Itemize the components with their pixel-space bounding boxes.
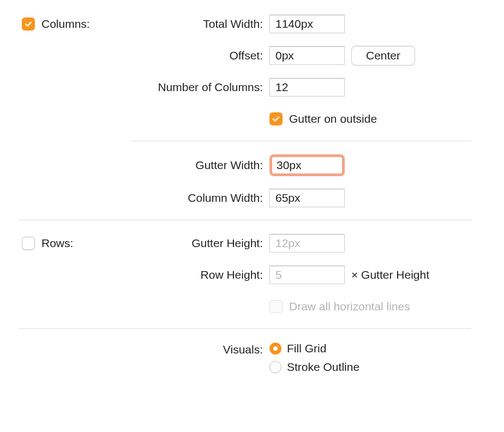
columns-section-label: Columns: [41, 17, 107, 31]
column-width-label: Column Width: [107, 191, 269, 205]
gutter-width-input[interactable] [269, 154, 345, 176]
check-icon [24, 20, 33, 28]
draw-lines-checkbox [269, 300, 283, 313]
stroke-outline-radio[interactable] [269, 361, 281, 373]
divider [131, 141, 471, 141]
number-of-columns-label: Number of Columns: [107, 81, 269, 94]
draw-lines-label: Draw all horizontal lines [289, 300, 410, 313]
center-button[interactable]: Center [351, 46, 415, 65]
row-height-input [269, 266, 345, 284]
divider [19, 220, 471, 220]
visuals-label: Visuals: [107, 342, 269, 356]
number-of-columns-input[interactable] [269, 78, 345, 97]
fill-grid-radio[interactable] [269, 343, 281, 355]
gutter-on-outside-checkbox[interactable] [269, 112, 283, 125]
columns-checkbox[interactable] [22, 17, 35, 31]
fill-grid-label: Fill Grid [287, 342, 326, 355]
check-icon [272, 115, 280, 123]
gutter-width-label: Gutter Width: [107, 159, 269, 172]
offset-label: Offset: [107, 49, 269, 62]
row-height-label: Row Height: [107, 268, 269, 281]
offset-input[interactable] [269, 46, 345, 65]
total-width-label: Total Width: [107, 17, 269, 31]
gutter-height-label: Gutter Height: [107, 237, 269, 250]
column-width-input[interactable] [269, 189, 345, 207]
gutter-on-outside-label: Gutter on outside [289, 112, 377, 125]
divider [19, 328, 471, 329]
rows-section-label: Rows: [41, 237, 107, 250]
stroke-outline-label: Stroke Outline [287, 361, 359, 374]
total-width-input[interactable] [269, 15, 345, 33]
row-height-suffix: × Gutter Height [351, 268, 429, 281]
gutter-height-input [269, 234, 345, 253]
rows-checkbox[interactable] [22, 237, 35, 250]
visuals-radio-group: Fill Grid Stroke Outline [269, 342, 359, 374]
